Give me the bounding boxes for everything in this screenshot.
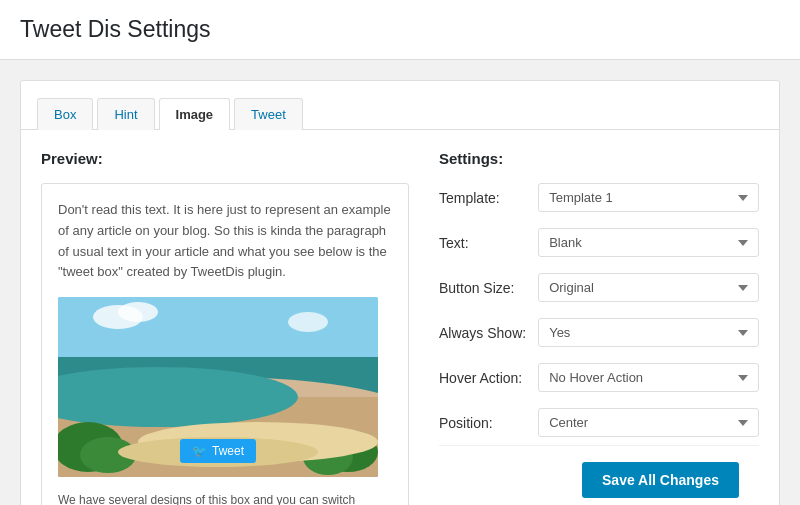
always-show-select[interactable]: Yes No — [538, 318, 759, 347]
tab-box[interactable]: Box — [37, 98, 93, 130]
save-button-row: Save All Changes — [439, 445, 759, 505]
hover-action-select[interactable]: No Hover Action Fade In Slide In — [538, 363, 759, 392]
settings-grid: Template: Template 1 Template 2 Template… — [439, 183, 759, 437]
preview-section: Preview: Don't read this text. It is her… — [41, 150, 409, 505]
text-label: Text: — [439, 235, 526, 251]
page-title: Tweet Dis Settings — [20, 16, 780, 43]
svg-point-12 — [118, 302, 158, 322]
tab-bar: Box Hint Image Tweet — [21, 81, 779, 130]
always-show-label: Always Show: — [439, 325, 526, 341]
hover-action-label: Hover Action: — [439, 370, 526, 386]
template-select[interactable]: Template 1 Template 2 Template 3 — [538, 183, 759, 212]
preview-footer-text: We have several designs of this box and … — [58, 491, 392, 505]
settings-label: Settings: — [439, 150, 759, 167]
button-size-label: Button Size: — [439, 280, 526, 296]
save-all-changes-button[interactable]: Save All Changes — [582, 462, 739, 498]
tweet-button-text: Tweet — [212, 444, 244, 458]
page-header: Tweet Dis Settings — [0, 0, 800, 60]
preview-box: Don't read this text. It is here just to… — [41, 183, 409, 505]
tab-tweet[interactable]: Tweet — [234, 98, 303, 130]
twitter-bird-icon: 🐦 — [192, 444, 207, 458]
template-label: Template: — [439, 190, 526, 206]
position-label: Position: — [439, 415, 526, 431]
preview-intro-text: Don't read this text. It is here just to… — [58, 200, 392, 283]
tweet-button-overlay[interactable]: 🐦 Tweet — [180, 439, 256, 463]
preview-label: Preview: — [41, 150, 409, 167]
button-size-select[interactable]: Original Large Small — [538, 273, 759, 302]
position-select[interactable]: Center Left Right — [538, 408, 759, 437]
preview-image-container: 🐦 Tweet — [58, 297, 378, 477]
settings-section: Settings: Template: Template 1 Template … — [439, 150, 759, 505]
tab-hint[interactable]: Hint — [97, 98, 154, 130]
text-select[interactable]: Blank Custom — [538, 228, 759, 257]
tab-image[interactable]: Image — [159, 98, 231, 130]
svg-point-13 — [288, 312, 328, 332]
